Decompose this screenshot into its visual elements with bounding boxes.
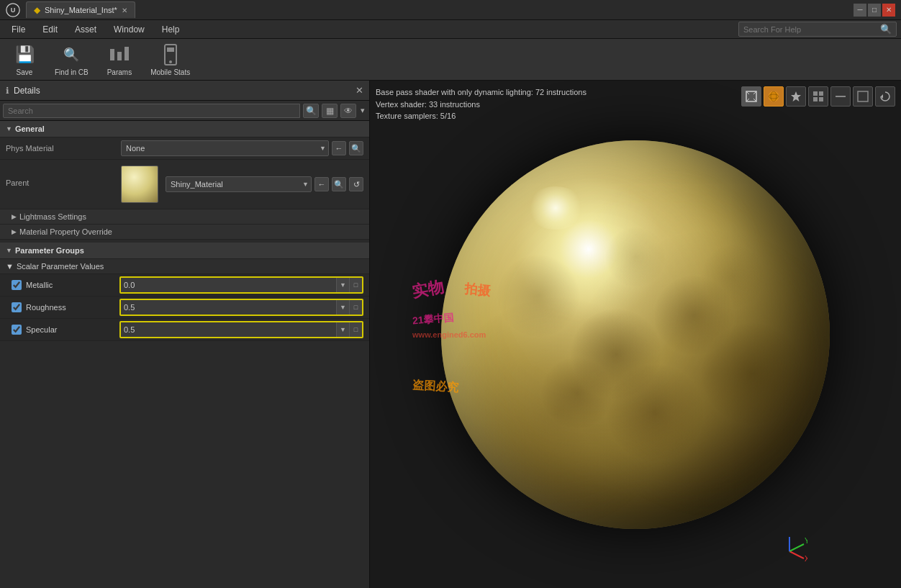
material-property-override-header[interactable]: ▶ Material Property Override xyxy=(0,225,369,240)
lightmass-settings-header[interactable]: ▶ Lightmass Settings xyxy=(0,209,369,225)
metallic-input[interactable] xyxy=(121,278,336,292)
menu-bar: File Edit Asset Window Help 🔍 xyxy=(0,20,901,39)
details-eye-button[interactable]: 👁 xyxy=(340,104,356,118)
svg-line-24 xyxy=(789,551,804,558)
viewport-floor-button[interactable] xyxy=(830,86,851,107)
roughness-input[interactable] xyxy=(121,300,336,315)
roughness-checkbox[interactable] xyxy=(12,302,22,312)
search-help-icon: 🔍 xyxy=(880,24,892,35)
parent-dropdown[interactable]: Shiny_Material xyxy=(166,176,312,192)
find-in-cb-button[interactable]: 🔍 Find in CB xyxy=(49,40,94,79)
svg-rect-22 xyxy=(858,91,868,101)
title-bar: U ◆ Shiny_Material_Inst* ✕ ─ □ ✕ xyxy=(0,0,901,20)
svg-rect-19 xyxy=(813,97,818,101)
specular-input[interactable] xyxy=(121,322,336,337)
phys-material-search-button[interactable]: 🔍 xyxy=(349,141,363,155)
viewport-lit-button[interactable] xyxy=(786,86,806,107)
roughness-row: Roughness ▼ □ xyxy=(0,297,369,319)
metallic-reset-button[interactable]: □ xyxy=(349,278,362,292)
material-sphere-preview xyxy=(441,140,830,529)
shader-info-line3: Texture samplers: 5/16 xyxy=(376,110,587,122)
svg-rect-6 xyxy=(167,48,174,52)
material-property-arrow-icon: ▶ xyxy=(12,228,17,235)
params-button[interactable]: Params xyxy=(101,40,137,79)
parameter-groups-section-header[interactable]: ▼ Parameter Groups xyxy=(0,243,369,259)
phys-material-value: None ▼ ← 🔍 xyxy=(121,140,363,156)
params-label: Params xyxy=(107,68,132,76)
metallic-checkbox[interactable] xyxy=(12,280,22,290)
details-chevron-icon: ▾ xyxy=(359,106,366,115)
mobile-stats-button[interactable]: Mobile Stats xyxy=(145,40,196,79)
shader-info-line2: Vertex shader: 33 instructions xyxy=(376,99,587,111)
svg-point-13 xyxy=(769,91,779,101)
parent-thumbnail[interactable] xyxy=(121,166,158,203)
tab-close-button[interactable]: ✕ xyxy=(122,6,127,14)
find-in-cb-label: Find in CB xyxy=(55,68,89,76)
parent-reset-button[interactable]: ← xyxy=(314,177,329,191)
material-viewport[interactable]: Base pass shader with only dynamic light… xyxy=(370,81,901,588)
svg-point-7 xyxy=(169,60,172,63)
specular-label: Specular xyxy=(26,325,119,334)
specular-down-button[interactable]: ▼ xyxy=(336,322,349,337)
scalar-values-arrow-icon: ▼ xyxy=(6,262,14,271)
phys-material-dropdown[interactable]: None xyxy=(121,140,329,156)
svg-text:U: U xyxy=(11,6,16,14)
parent-dropdown-wrapper: Shiny_Material ▼ xyxy=(166,176,312,192)
restore-button[interactable]: □ xyxy=(868,4,881,17)
menu-file[interactable]: File xyxy=(4,22,32,37)
viewport-rotate-button[interactable] xyxy=(875,86,895,107)
window-controls: ─ □ ✕ xyxy=(854,4,895,17)
parent-label: Parent xyxy=(6,166,121,187)
tab-label: Shiny_Material_Inst* xyxy=(45,6,117,14)
parent-value: Shiny_Material ▼ ← 🔍 ↺ xyxy=(121,166,363,203)
material-property-override-label: Material Property Override xyxy=(19,227,112,236)
save-button[interactable]: 💾 Save xyxy=(7,40,42,79)
svg-line-26 xyxy=(789,544,804,551)
svg-rect-17 xyxy=(813,91,818,96)
details-search-input[interactable] xyxy=(3,104,300,118)
parent-edit-button[interactable]: ↺ xyxy=(349,177,363,191)
svg-rect-2 xyxy=(110,49,114,60)
specular-reset-button[interactable]: □ xyxy=(349,322,362,337)
metallic-down-button[interactable]: ▼ xyxy=(336,278,349,292)
menu-window[interactable]: Window xyxy=(107,22,152,37)
editor-tab[interactable]: ◆ Shiny_Material_Inst* ✕ xyxy=(26,1,135,18)
close-button[interactable]: ✕ xyxy=(882,4,895,17)
save-label: Save xyxy=(17,68,33,76)
menu-asset[interactable]: Asset xyxy=(68,22,104,37)
svg-rect-4 xyxy=(124,47,129,60)
parent-search-button[interactable]: 🔍 xyxy=(332,177,346,191)
coordinate-axes: X Y xyxy=(771,533,807,571)
minimize-button[interactable]: ─ xyxy=(854,4,866,17)
phys-material-label: Phys Material xyxy=(6,144,121,153)
details-close-button[interactable]: ✕ xyxy=(356,85,363,96)
viewport-sphere-button[interactable] xyxy=(764,86,784,107)
roughness-reset-button[interactable]: □ xyxy=(349,300,362,315)
scalar-values-subsection[interactable]: ▼ Scalar Parameter Values xyxy=(0,259,369,274)
search-help-bar: 🔍 xyxy=(738,22,897,37)
phys-material-reset-button[interactable]: ← xyxy=(332,141,346,155)
details-grid-view-button[interactable]: ▦ xyxy=(322,104,338,118)
scalar-values-label: Scalar Parameter Values xyxy=(17,262,104,271)
general-section-header[interactable]: ▼ General xyxy=(0,121,369,137)
details-panel: ℹ Details ✕ 🔍 ▦ 👁 ▾ ▼ General Phys Mater… xyxy=(0,81,370,588)
find-in-cb-icon: 🔍 xyxy=(60,43,83,66)
mobile-stats-label: Mobile Stats xyxy=(150,68,190,76)
parent-row: Parent Shiny_Material ▼ ← 🔍 ↺ xyxy=(0,160,369,209)
specular-checkbox[interactable] xyxy=(12,325,22,335)
specular-input-wrapper: ▼ □ xyxy=(119,321,363,338)
viewport-bg-button[interactable] xyxy=(853,86,873,107)
parameter-groups-label: Parameter Groups xyxy=(15,246,84,255)
viewport-perspective-button[interactable] xyxy=(741,86,761,107)
viewport-grid-button[interactable] xyxy=(808,86,828,107)
menu-help[interactable]: Help xyxy=(155,22,187,37)
menu-edit[interactable]: Edit xyxy=(35,22,65,37)
search-help-input[interactable] xyxy=(743,25,880,34)
details-title: Details xyxy=(14,86,351,96)
lightmass-settings-label: Lightmass Settings xyxy=(19,212,86,221)
details-search-button[interactable]: 🔍 xyxy=(303,104,319,118)
tab-icon: ◆ xyxy=(34,5,40,15)
svg-marker-16 xyxy=(791,91,801,101)
details-header: ℹ Details ✕ xyxy=(0,81,369,101)
roughness-down-button[interactable]: ▼ xyxy=(336,300,349,315)
